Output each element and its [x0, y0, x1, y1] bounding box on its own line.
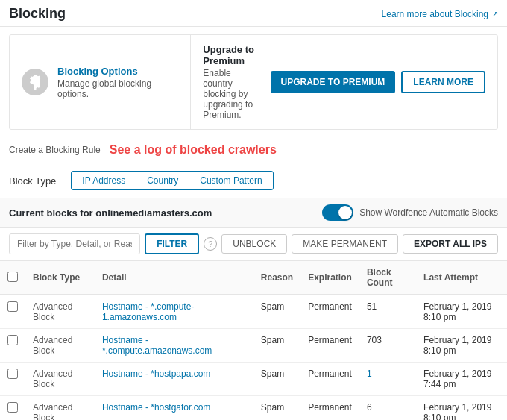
- make-permanent-button[interactable]: MAKE PERMANENT: [292, 234, 398, 254]
- row-expiration: Permanent: [300, 329, 359, 363]
- row-expiration: Permanent: [300, 295, 359, 329]
- th-expiration: Expiration: [300, 261, 359, 295]
- blocks-table: Block Type Detail Reason Expiration Bloc…: [0, 261, 507, 420]
- row-reason: Spam: [254, 396, 300, 421]
- unblock-button[interactable]: UNBLOCK: [221, 234, 287, 254]
- table-row: Advanced Block Hostname - *.compute.amaz…: [0, 329, 507, 363]
- table-row: Advanced Block Hostname - *hostgator.com…: [0, 396, 507, 421]
- row-reason: Spam: [254, 295, 300, 329]
- toggle-knob: [338, 206, 352, 219]
- gear-svg: [28, 75, 42, 90]
- table-header-row: Block Type Detail Reason Expiration Bloc…: [0, 261, 507, 295]
- premium-buttons: UPGRADE TO PREMIUM LEARN MORE: [271, 71, 485, 93]
- page-header: Blocking Learn more about Blocking ↗: [0, 0, 507, 27]
- row-checkbox[interactable]: [7, 301, 18, 312]
- row-expiration: Permanent: [300, 396, 359, 421]
- create-rule-label: Create a Blocking Rule: [9, 145, 101, 155]
- current-blocks-title: Current blocks for onlinemediamasters.co…: [9, 207, 212, 219]
- row-last-attempt: February 1, 2019 8:10 pm: [416, 295, 507, 329]
- row-checkbox-cell: [0, 295, 25, 329]
- th-detail: Detail: [95, 261, 254, 295]
- current-blocks-header: Current blocks for onlinemediamasters.co…: [0, 198, 507, 228]
- row-checkbox[interactable]: [7, 369, 18, 379]
- premium-section: Upgrade to Premium Enable country blocki…: [191, 35, 497, 129]
- blocking-options-text: Blocking Options Manage global blocking …: [57, 66, 178, 99]
- row-detail[interactable]: Hostname - *hostpapa.com: [95, 363, 254, 396]
- block-type-tabs: IP Address Country Custom Pattern: [71, 171, 272, 190]
- learn-more-link[interactable]: Learn more about Blocking ↗: [382, 9, 498, 19]
- row-block-count: 703: [359, 329, 416, 363]
- row-detail[interactable]: Hostname - *.compute.amazonaws.com: [95, 329, 254, 363]
- row-last-attempt: February 1, 2019 7:44 pm: [416, 363, 507, 396]
- table-row: Advanced Block Hostname - *.compute-1.am…: [0, 295, 507, 329]
- premium-text: Upgrade to Premium Enable country blocki…: [203, 44, 261, 120]
- row-expiration: Permanent: [300, 363, 359, 396]
- create-rule-link[interactable]: See a log of blocked crawlers: [110, 143, 277, 157]
- block-type-row: Block Type IP Address Country Custom Pat…: [0, 163, 507, 198]
- row-detail[interactable]: Hostname - *.compute-1.amazonaws.com: [95, 295, 254, 329]
- th-checkbox: [0, 261, 25, 295]
- row-block-type: Advanced Block: [25, 396, 95, 421]
- row-checkbox-cell: [0, 396, 25, 421]
- premium-title: Upgrade to Premium: [203, 44, 261, 66]
- filter-input[interactable]: [9, 233, 140, 254]
- row-last-attempt: February 1, 2019 8:10 pm: [416, 396, 507, 421]
- row-block-type: Advanced Block: [25, 363, 95, 396]
- table-row: Advanced Block Hostname - *hostpapa.com …: [0, 363, 507, 396]
- block-type-label: Block Type: [9, 175, 56, 187]
- gear-icon: [22, 69, 48, 95]
- row-checkbox-cell: [0, 363, 25, 396]
- help-icon[interactable]: ?: [204, 237, 217, 251]
- external-link-icon: ↗: [492, 10, 498, 18]
- create-rule-bar: Create a Blocking Rule See a log of bloc…: [0, 137, 507, 163]
- tab-ip-address[interactable]: IP Address: [71, 171, 136, 190]
- row-checkbox[interactable]: [7, 402, 18, 413]
- upgrade-button[interactable]: UPGRADE TO PREMIUM: [271, 71, 396, 93]
- row-reason: Spam: [254, 329, 300, 363]
- th-last-attempt: Last Attempt: [416, 261, 507, 295]
- tab-custom-pattern[interactable]: Custom Pattern: [189, 171, 273, 190]
- wordfence-toggle[interactable]: [322, 204, 353, 221]
- page-wrap: Blocking Learn more about Blocking ↗ Blo…: [0, 0, 507, 420]
- row-checkbox-cell: [0, 329, 25, 363]
- tab-country[interactable]: Country: [136, 171, 189, 190]
- page-title: Blocking: [9, 6, 66, 22]
- row-reason: Spam: [254, 363, 300, 396]
- filter-button[interactable]: FILTER: [145, 233, 199, 254]
- select-all-checkbox[interactable]: [7, 272, 18, 282]
- toggle-wrap: Show Wordfence Automatic Blocks: [322, 204, 498, 221]
- th-block-type: Block Type: [25, 261, 95, 295]
- blocking-options-title[interactable]: Blocking Options: [57, 66, 178, 77]
- toggle-label: Show Wordfence Automatic Blocks: [359, 207, 498, 218]
- th-reason: Reason: [254, 261, 300, 295]
- learn-more-button[interactable]: LEARN MORE: [401, 71, 485, 93]
- learn-more-label: Learn more about Blocking: [382, 9, 488, 19]
- premium-subtitle: Enable country blocking by upgrading to …: [203, 68, 261, 120]
- blocking-options-subtitle: Manage global blocking options.: [57, 78, 178, 99]
- th-block-count: Block Count: [359, 261, 416, 295]
- row-block-count: 6: [359, 396, 416, 421]
- row-detail[interactable]: Hostname - *hostgator.com: [95, 396, 254, 421]
- export-all-ips-button[interactable]: EXPORT ALL IPS: [403, 234, 498, 254]
- row-checkbox[interactable]: [7, 335, 18, 345]
- row-block-count: 51: [359, 295, 416, 329]
- row-block-type: Advanced Block: [25, 329, 95, 363]
- row-block-type: Advanced Block: [25, 295, 95, 329]
- table-body: Advanced Block Hostname - *.compute-1.am…: [0, 295, 507, 420]
- filter-bar: FILTER ? UNBLOCK MAKE PERMANENT EXPORT A…: [0, 228, 507, 261]
- options-panel: Blocking Options Manage global blocking …: [9, 34, 498, 130]
- row-last-attempt: February 1, 2019 8:10 pm: [416, 329, 507, 363]
- row-block-count[interactable]: 1: [359, 363, 416, 396]
- blocking-options: Blocking Options Manage global blocking …: [10, 35, 191, 129]
